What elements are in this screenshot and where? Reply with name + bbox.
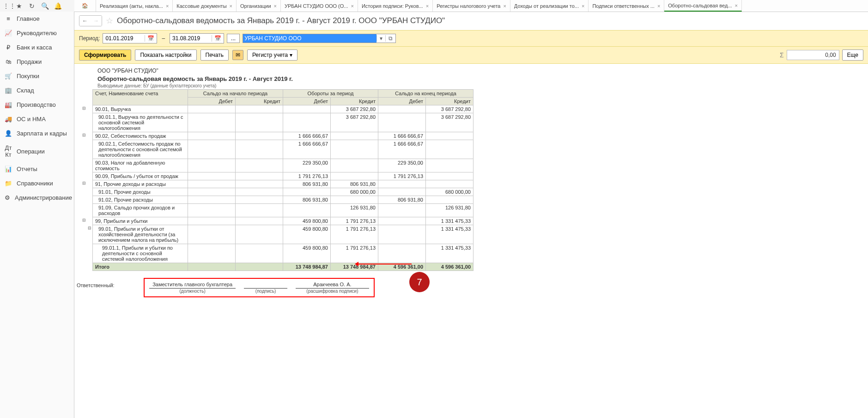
tab-item[interactable]: Регистры налогового учета×: [433, 0, 510, 12]
table-row: 90.03, Налог на добавленную стоимость229…: [81, 159, 473, 172]
sidebar-item[interactable]: 🏭Производство: [0, 98, 74, 112]
value-cell: [426, 140, 473, 159]
sidebar: ≡Главное📈Руководителю₽Банк и касса🛍Прода…: [0, 12, 74, 418]
close-icon[interactable]: ×: [230, 3, 232, 9]
collapse-icon[interactable]: ⊟: [81, 132, 87, 140]
close-icon[interactable]: ×: [582, 3, 584, 9]
total-value: 4 596 361,00: [378, 263, 426, 271]
value-cell: [426, 132, 473, 140]
account-cell: 91, Прочие доходы и расходы: [93, 180, 188, 188]
date-from-input[interactable]: [103, 34, 145, 43]
show-settings-button[interactable]: Показать настройки: [135, 49, 196, 61]
organization-field[interactable]: УРБАН СТУДИО ООО ▾ ⧉: [243, 34, 396, 43]
value-cell: 680 000,00: [426, 188, 473, 196]
favorite-toggle-icon[interactable]: ☆: [106, 16, 113, 26]
value-cell: [426, 180, 473, 188]
table-row: 91.02, Прочие расходы806 931,80806 931,8…: [81, 196, 473, 204]
tab-item[interactable]: Подписи ответственных ...×: [589, 0, 664, 12]
tab-home[interactable]: 🏠: [74, 0, 96, 12]
tab-item[interactable]: Доходы от реализации то...×: [510, 0, 589, 12]
close-icon[interactable]: ×: [503, 3, 506, 9]
sidebar-item[interactable]: ⚙Администрирование: [0, 191, 74, 205]
tab-item[interactable]: Реализация (акты, накла...×: [96, 0, 173, 12]
col-end-balance: Сальдо на конец периода: [378, 90, 473, 98]
period-picker-button[interactable]: ...: [227, 34, 240, 43]
star-icon[interactable]: ★: [15, 2, 23, 10]
value-cell: 806 931,80: [378, 196, 426, 204]
date-from-field[interactable]: 📅: [103, 33, 157, 43]
value-cell: [283, 204, 331, 217]
total-value: 13 748 984,87: [283, 263, 331, 271]
sidebar-item[interactable]: Дт КтОперации: [0, 141, 74, 162]
date-to-field[interactable]: 📅: [170, 33, 224, 43]
value-cell: [236, 132, 283, 140]
close-icon[interactable]: ×: [166, 3, 169, 9]
sidebar-item[interactable]: 📊Отчеты: [0, 162, 74, 176]
value-cell: 126 931,80: [331, 204, 378, 217]
collapse-icon[interactable]: ⊟: [81, 180, 87, 188]
sidebar-item[interactable]: ₽Банк и касса: [0, 40, 74, 55]
dropdown-icon[interactable]: ▾: [376, 35, 385, 42]
total-label: Итого: [93, 263, 188, 271]
collapse-icon[interactable]: ⊟: [81, 217, 87, 225]
collapse-icon[interactable]: ⊟: [81, 105, 87, 113]
sidebar-item[interactable]: 📈Руководителю: [0, 26, 74, 40]
tab-item[interactable]: Кассовые документы×: [173, 0, 237, 12]
history-icon[interactable]: ↻: [28, 2, 36, 10]
form-button[interactable]: Сформировать: [79, 49, 131, 61]
sidebar-item[interactable]: 🏢Склад: [0, 83, 74, 98]
value-cell: [378, 188, 426, 196]
sidebar-item[interactable]: 🚚ОС и НМА: [0, 112, 74, 126]
register-button[interactable]: Регистр учета ▾: [247, 49, 297, 61]
value-cell: 806 931,80: [331, 180, 378, 188]
forward-button[interactable]: →: [91, 16, 102, 26]
tab-label: История подписи: Руков...: [362, 3, 423, 9]
tab-item[interactable]: История подписи: Руков...×: [358, 0, 433, 12]
close-icon[interactable]: ×: [351, 3, 354, 9]
name-sub: (расшифровка подписи): [296, 289, 369, 294]
print-button[interactable]: Печать: [200, 49, 229, 61]
close-icon[interactable]: ×: [657, 3, 660, 9]
value-cell: [188, 225, 236, 244]
account-cell: 90.01, Выручка: [93, 105, 188, 113]
back-button[interactable]: ←: [79, 16, 91, 26]
calendar-icon[interactable]: 📅: [145, 35, 157, 42]
tab-item[interactable]: Организации×: [237, 0, 281, 12]
value-cell: [236, 172, 283, 180]
tab-item[interactable]: УРБАН СТУДИО ООО (О...×: [281, 0, 358, 12]
close-icon[interactable]: ×: [426, 3, 429, 9]
date-to-input[interactable]: [170, 34, 212, 43]
close-icon[interactable]: ×: [274, 3, 277, 9]
sidebar-item[interactable]: 📁Справочники: [0, 176, 74, 191]
value-cell: 3 687 292,80: [331, 113, 378, 132]
calendar-icon[interactable]: 📅: [212, 35, 224, 42]
sidebar-icon: 📈: [5, 30, 12, 37]
open-icon[interactable]: ⧉: [385, 35, 395, 42]
bell-icon[interactable]: 🔔: [54, 2, 61, 10]
value-cell: [188, 204, 236, 217]
tab-item[interactable]: Оборотно-сальдовая вед...×: [664, 0, 742, 12]
sum-field: 0,00: [787, 50, 839, 60]
table-row: 91.09, Сальдо прочих доходов и расходов1…: [81, 204, 473, 217]
value-cell: [331, 159, 378, 172]
period-bar: Период: 📅 – 📅 ... УРБАН СТУДИО ООО ▾ ⧉: [74, 30, 868, 47]
apps-icon[interactable]: ⋮⋮⋮: [2, 2, 10, 10]
value-cell: [236, 140, 283, 159]
action-bar: Сформировать Показать настройки Печать ✉…: [74, 47, 868, 64]
email-button[interactable]: ✉: [232, 50, 243, 60]
collapse-icon[interactable]: ⊟: [87, 225, 93, 244]
close-icon[interactable]: ×: [735, 3, 738, 8]
account-cell: 99, Прибыли и убытки: [93, 217, 188, 225]
report-output-info: Выводимые данные: БУ (данные бухгалтерск…: [97, 83, 861, 88]
tabs-bar: 🏠Реализация (акты, накла...×Кассовые док…: [74, 0, 868, 12]
more-button[interactable]: Еще: [842, 49, 863, 61]
sidebar-item[interactable]: 🛒Покупки: [0, 69, 74, 83]
signature-frame: Заместитель главного бухгалтера (должнос…: [144, 278, 375, 297]
search-icon[interactable]: 🔍: [41, 2, 49, 10]
sidebar-item[interactable]: 🛍Продажи: [0, 55, 74, 69]
value-cell: [378, 105, 426, 113]
account-cell: 99.01.1, Прибыли и убытки по деятельност…: [93, 244, 188, 263]
sidebar-item[interactable]: ≡Главное: [0, 12, 74, 26]
value-cell: [188, 132, 236, 140]
sidebar-item[interactable]: 👤Зарплата и кадры: [0, 126, 74, 141]
